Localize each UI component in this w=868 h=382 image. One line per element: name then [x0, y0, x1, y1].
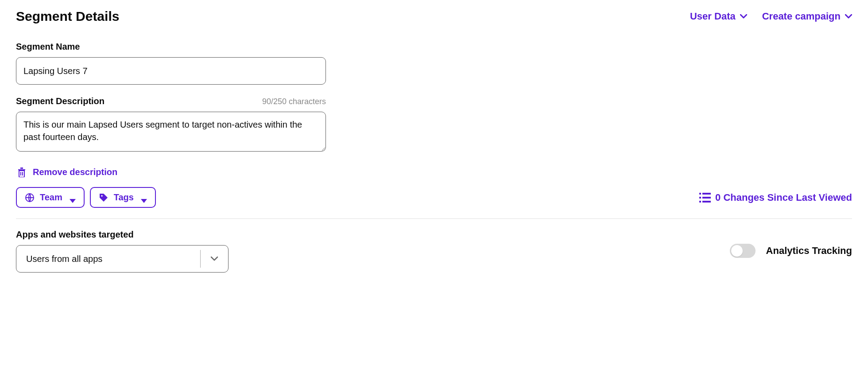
character-count: 90/250 characters: [262, 97, 326, 106]
apps-targeted-select[interactable]: Users from all apps: [16, 245, 229, 273]
svg-rect-4: [699, 197, 701, 199]
create-campaign-label: Create campaign: [762, 11, 841, 22]
team-label: Team: [40, 192, 62, 203]
tags-label: Tags: [114, 192, 134, 203]
list-icon: [699, 193, 711, 203]
segment-description-group: Segment Description 90/250 characters: [16, 96, 852, 153]
apps-targeted-label: Apps and websites targeted: [16, 230, 730, 240]
segment-name-group: Segment Name: [16, 42, 852, 85]
header-actions: User Data Create campaign: [690, 11, 852, 22]
remove-description-label: Remove description: [33, 167, 117, 177]
analytics-tracking-toggle[interactable]: [730, 244, 756, 258]
changes-since-viewed-link[interactable]: 0 Changes Since Last Viewed: [699, 192, 852, 203]
page-title: Segment Details: [16, 9, 119, 24]
chevron-down-icon: [845, 14, 852, 19]
segment-description-label: Segment Description: [16, 96, 105, 106]
apps-targeted-value: Users from all apps: [16, 254, 200, 264]
pill-group: Team Tags: [16, 187, 156, 208]
tag-icon: [99, 193, 108, 203]
segment-name-label: Segment Name: [16, 42, 852, 52]
tags-button[interactable]: Tags: [90, 187, 156, 208]
analytics-tracking-label: Analytics Tracking: [766, 245, 852, 257]
toggle-knob: [731, 245, 743, 257]
user-data-dropdown[interactable]: User Data: [690, 11, 747, 22]
team-button[interactable]: Team: [16, 187, 85, 208]
changes-text: 0 Changes Since Last Viewed: [715, 192, 852, 203]
svg-rect-7: [702, 201, 711, 203]
remove-description-button[interactable]: Remove description: [16, 165, 118, 179]
svg-rect-5: [702, 197, 711, 199]
segment-name-input[interactable]: [16, 57, 326, 85]
trash-icon: [17, 167, 27, 177]
svg-rect-2: [699, 193, 701, 195]
globe-icon: [25, 193, 35, 203]
user-data-label: User Data: [690, 11, 736, 22]
chevron-down-icon: [740, 14, 747, 19]
create-campaign-dropdown[interactable]: Create campaign: [762, 11, 852, 22]
caret-down-icon: [141, 195, 147, 200]
svg-rect-3: [702, 193, 711, 195]
svg-point-1: [101, 195, 103, 197]
chevron-down-icon: [201, 256, 228, 261]
section-divider: [16, 218, 852, 219]
caret-down-icon: [70, 195, 76, 200]
segment-description-input[interactable]: [16, 112, 326, 152]
svg-rect-6: [699, 201, 701, 203]
